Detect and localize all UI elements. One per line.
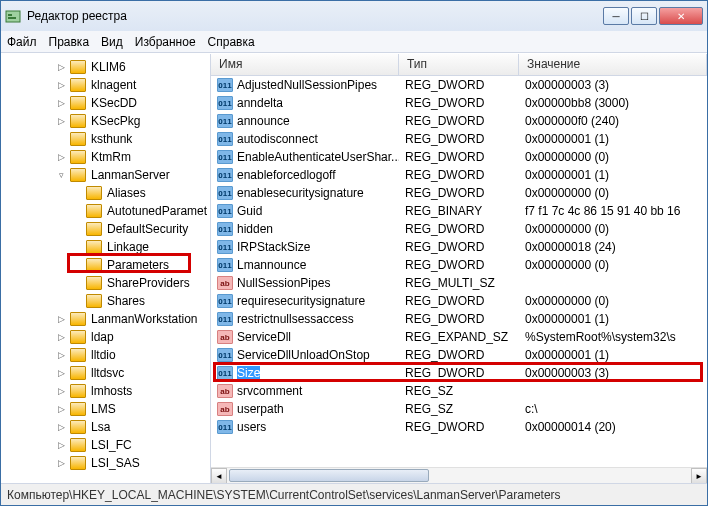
col-type[interactable]: Тип (399, 54, 519, 75)
folder-icon (70, 114, 86, 128)
folder-icon (86, 186, 102, 200)
folder-icon (70, 420, 86, 434)
tree-item[interactable]: ▷ldap (1, 328, 210, 346)
col-name[interactable]: Имя (211, 54, 399, 75)
tree-item-label: AutotunedParamet (105, 204, 209, 218)
tree-item[interactable]: ksthunk (1, 130, 210, 148)
tree-item[interactable]: ▷KSecPkg (1, 112, 210, 130)
scroll-left-button[interactable]: ◄ (211, 468, 227, 483)
col-value[interactable]: Значение (519, 54, 707, 75)
string-value-icon: ab (217, 330, 233, 344)
expand-icon[interactable]: ▷ (55, 386, 67, 396)
menu-edit[interactable]: Правка (49, 35, 90, 49)
titlebar[interactable]: Редактор реестра ─ ☐ ✕ (1, 1, 707, 31)
status-bar: Компьютер\HKEY_LOCAL_MACHINE\SYSTEM\Curr… (1, 483, 707, 505)
value-row[interactable]: 011hiddenREG_DWORD0x00000000 (0) (211, 220, 707, 238)
value-row[interactable]: 011AdjustedNullSessionPipesREG_DWORD0x00… (211, 76, 707, 94)
expand-icon[interactable]: ▷ (55, 350, 67, 360)
expand-icon[interactable]: ▷ (55, 458, 67, 468)
value-row[interactable]: 011enableforcedlogoffREG_DWORD0x00000001… (211, 166, 707, 184)
value-row[interactable]: 011GuidREG_BINARYf7 f1 7c 4c 86 15 91 40… (211, 202, 707, 220)
expand-icon[interactable]: ▷ (55, 422, 67, 432)
tree-item-label: LanmanWorkstation (89, 312, 200, 326)
value-row[interactable]: 011IRPStackSizeREG_DWORD0x00000018 (24) (211, 238, 707, 256)
value-data: 0x00000000 (0) (519, 186, 707, 200)
status-path: Компьютер\HKEY_LOCAL_MACHINE\SYSTEM\Curr… (7, 488, 561, 502)
tree-item[interactable]: ▷LMS (1, 400, 210, 418)
value-row[interactable]: 011anndeltaREG_DWORD0x00000bb8 (3000) (211, 94, 707, 112)
tree-item[interactable]: ▷lmhosts (1, 382, 210, 400)
expand-icon[interactable]: ▷ (55, 404, 67, 414)
value-row[interactable]: 011announceREG_DWORD0x000000f0 (240) (211, 112, 707, 130)
value-row[interactable]: abServiceDllREG_EXPAND_SZ%SystemRoot%\sy… (211, 328, 707, 346)
value-name: ServiceDll (237, 330, 291, 344)
value-row[interactable]: 011requiresecuritysignatureREG_DWORD0x00… (211, 292, 707, 310)
tree-item[interactable]: ▷LSI_SAS (1, 454, 210, 472)
tree-item[interactable]: ▷klnagent (1, 76, 210, 94)
binary-value-icon: 011 (217, 204, 233, 218)
scroll-track[interactable] (227, 468, 691, 483)
value-row[interactable]: 011EnableAuthenticateUserShar...REG_DWOR… (211, 148, 707, 166)
expand-icon[interactable]: ▷ (55, 98, 67, 108)
expand-icon[interactable]: ▷ (55, 80, 67, 90)
expand-icon[interactable]: ▷ (55, 332, 67, 342)
value-row[interactable]: 011autodisconnectREG_DWORD0x00000001 (1) (211, 130, 707, 148)
close-button[interactable]: ✕ (659, 7, 703, 25)
tree-item[interactable]: ▷lltdio (1, 346, 210, 364)
tree-item-label: Parameters (105, 258, 171, 272)
tree-item[interactable]: ▷lltdsvc (1, 364, 210, 382)
tree-item[interactable]: ▷KSecDD (1, 94, 210, 112)
value-row[interactable]: 011ServiceDllUnloadOnStopREG_DWORD0x0000… (211, 346, 707, 364)
value-data: 0x00000000 (0) (519, 150, 707, 164)
tree-item-label: LSI_SAS (89, 456, 142, 470)
value-row[interactable]: abNullSessionPipesREG_MULTI_SZ (211, 274, 707, 292)
value-row[interactable]: 011restrictnullsessaccessREG_DWORD0x0000… (211, 310, 707, 328)
expand-icon[interactable]: ▷ (55, 62, 67, 72)
menu-file[interactable]: Файл (7, 35, 37, 49)
tree-item[interactable]: Shares (1, 292, 210, 310)
list-body[interactable]: 011AdjustedNullSessionPipesREG_DWORD0x00… (211, 76, 707, 467)
tree-item[interactable]: Linkage (1, 238, 210, 256)
tree-item[interactable]: DefaultSecurity (1, 220, 210, 238)
value-row[interactable]: 011enablesecuritysignatureREG_DWORD0x000… (211, 184, 707, 202)
value-data: 0x00000003 (3) (519, 78, 707, 92)
folder-icon (70, 402, 86, 416)
value-type: REG_EXPAND_SZ (399, 330, 519, 344)
tree-view[interactable]: ▷KLIM6▷klnagent▷KSecDD▷KSecPkgksthunk▷Kt… (1, 54, 211, 483)
value-row[interactable]: 011LmannounceREG_DWORD0x00000000 (0) (211, 256, 707, 274)
folder-icon (86, 294, 102, 308)
horizontal-scrollbar[interactable]: ◄ ► (211, 467, 707, 483)
tree-item[interactable]: ▿LanmanServer (1, 166, 210, 184)
tree-item[interactable]: ShareProviders (1, 274, 210, 292)
menu-help[interactable]: Справка (208, 35, 255, 49)
tree-item[interactable]: ▷Lsa (1, 418, 210, 436)
tree-item-label: KSecDD (89, 96, 139, 110)
expand-icon[interactable]: ▷ (55, 440, 67, 450)
folder-icon (86, 276, 102, 290)
list-header[interactable]: Имя Тип Значение (211, 54, 707, 76)
tree-item[interactable]: Aliases (1, 184, 210, 202)
tree-item-label: lmhosts (89, 384, 134, 398)
value-row[interactable]: 011SizeREG_DWORD0x00000003 (3) (211, 364, 707, 382)
menu-favorites[interactable]: Избранное (135, 35, 196, 49)
tree-item[interactable]: Parameters (1, 256, 210, 274)
value-row[interactable]: abuserpathREG_SZc:\ (211, 400, 707, 418)
expand-icon[interactable]: ▷ (55, 116, 67, 126)
expand-icon[interactable]: ▷ (55, 314, 67, 324)
tree-item[interactable]: ▷KLIM6 (1, 58, 210, 76)
value-type: REG_DWORD (399, 294, 519, 308)
minimize-button[interactable]: ─ (603, 7, 629, 25)
collapse-icon[interactable]: ▿ (55, 170, 67, 180)
scroll-right-button[interactable]: ► (691, 468, 707, 483)
expand-icon[interactable]: ▷ (55, 152, 67, 162)
value-row[interactable]: 011usersREG_DWORD0x00000014 (20) (211, 418, 707, 436)
tree-item[interactable]: ▷KtmRm (1, 148, 210, 166)
scroll-thumb[interactable] (229, 469, 429, 482)
value-row[interactable]: absrvcommentREG_SZ (211, 382, 707, 400)
expand-icon[interactable]: ▷ (55, 368, 67, 378)
maximize-button[interactable]: ☐ (631, 7, 657, 25)
tree-item[interactable]: AutotunedParamet (1, 202, 210, 220)
tree-item[interactable]: ▷LSI_FC (1, 436, 210, 454)
menu-view[interactable]: Вид (101, 35, 123, 49)
tree-item[interactable]: ▷LanmanWorkstation (1, 310, 210, 328)
